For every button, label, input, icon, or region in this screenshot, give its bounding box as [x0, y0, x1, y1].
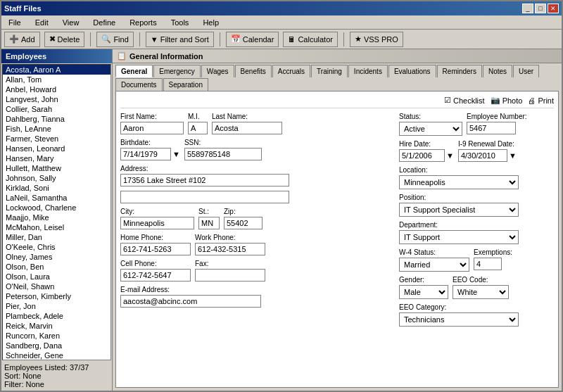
w4-select[interactable]: Married Single: [399, 258, 469, 272]
employee-list-item[interactable]: Olson, Ben: [3, 262, 110, 272]
maximize-button[interactable]: □: [535, 4, 546, 13]
employee-list-item[interactable]: Hansen, Mary: [3, 153, 110, 163]
employee-list-item[interactable]: Anbel, Howard: [3, 84, 110, 94]
employee-list-item[interactable]: Hullett, Matthew: [3, 163, 110, 173]
employee-list-item[interactable]: Kirklad, Soni: [3, 183, 110, 193]
employee-list-item[interactable]: Olson, Laura: [3, 272, 110, 282]
inner-toolbar: ☑ Checklist 📷 Photo 🖨 Print: [120, 96, 554, 108]
employee-list-item[interactable]: Olney, James: [3, 252, 110, 262]
gender-select[interactable]: Male Female: [399, 285, 448, 299]
address-label: Address:: [120, 165, 289, 172]
last-name-input[interactable]: [212, 122, 282, 134]
birthdate-input[interactable]: [120, 148, 171, 160]
tab-documents[interactable]: Documents: [115, 78, 163, 91]
employee-list-item[interactable]: Collier, Sarah: [3, 104, 110, 114]
employee-list-item[interactable]: Dahlberg, Tianna: [3, 114, 110, 124]
tab-notes[interactable]: Notes: [483, 65, 512, 77]
employee-list-item[interactable]: Peterson, Kimberly: [3, 291, 110, 301]
vss-pro-button[interactable]: ★ VSS PRO: [350, 32, 403, 47]
birthdate-dropdown-icon[interactable]: ▼: [172, 150, 180, 158]
employee-list-item[interactable]: Schneider, Gene: [3, 350, 110, 360]
status-select[interactable]: Active Inactive Terminated: [399, 122, 462, 136]
address-input[interactable]: [120, 174, 289, 186]
menu-reports[interactable]: Reports: [125, 17, 161, 28]
filter-icon: ▼: [151, 35, 158, 44]
employee-list-item[interactable]: Sandberg, Dana: [3, 341, 110, 350]
location-select[interactable]: Minneapolis: [399, 175, 519, 189]
employee-list-item[interactable]: Hansen, Leonard: [3, 144, 110, 153]
address2-input[interactable]: [120, 191, 289, 203]
employee-list-item[interactable]: Johnson, Sally: [3, 173, 110, 183]
email-input[interactable]: [120, 295, 261, 308]
employee-list-item[interactable]: Acosta, Aaron A: [3, 65, 110, 75]
menu-view[interactable]: View: [58, 17, 84, 28]
find-button[interactable]: 🔍 Find: [96, 32, 133, 47]
tab-evaluations[interactable]: Evaluations: [388, 65, 436, 77]
zip-input[interactable]: [224, 217, 262, 229]
menu-file[interactable]: File: [4, 17, 25, 28]
hire-date-input[interactable]: [399, 149, 445, 162]
employee-list-item[interactable]: Runcorn, Karen: [3, 331, 110, 341]
add-button[interactable]: ➕ Add: [4, 32, 40, 47]
tab-wages[interactable]: Wages: [201, 65, 234, 77]
employee-list-item[interactable]: Plambeck, Adele: [3, 311, 110, 321]
tab-training[interactable]: Training: [311, 65, 348, 77]
tab-accruals[interactable]: Accruals: [272, 65, 310, 77]
i9-input[interactable]: [458, 149, 507, 162]
menu-tools[interactable]: Tools: [167, 17, 194, 28]
tab-benefits[interactable]: Benefits: [235, 65, 272, 77]
employee-list-item[interactable]: LaNeil, Samantha: [3, 193, 110, 203]
employee-list-item[interactable]: O'Neil, Shawn: [3, 282, 110, 291]
employee-list-item[interactable]: Langvest, John: [3, 94, 110, 104]
st-input[interactable]: [198, 217, 220, 229]
employee-list-item[interactable]: McMahon, Leisel: [3, 222, 110, 232]
calculator-button[interactable]: 🖩 Calculator: [283, 32, 338, 47]
employee-list-item[interactable]: Allan, Tom: [3, 75, 110, 84]
delete-button[interactable]: ✖ Delete: [44, 32, 85, 47]
employee-list-item[interactable]: Reick, Marvin: [3, 321, 110, 331]
menu-help[interactable]: Help: [198, 17, 223, 28]
employee-list-item[interactable]: Farmer, Steven: [3, 134, 110, 144]
employee-list-item[interactable]: Maajjo, Mike: [3, 213, 110, 222]
emp-number-input[interactable]: [467, 122, 516, 134]
hire-date-dropdown-icon[interactable]: ▼: [446, 151, 454, 160]
menu-edit[interactable]: Edit: [31, 17, 53, 28]
fax-input[interactable]: [195, 269, 265, 282]
tab-general[interactable]: General: [115, 65, 153, 77]
mi-input[interactable]: [188, 122, 208, 134]
photo-button[interactable]: 📷 Photo: [491, 96, 523, 105]
first-name-input[interactable]: [120, 122, 184, 134]
eeo-code-select[interactable]: White Black Hispanic: [453, 285, 509, 299]
employee-list-item[interactable]: Miller, Dan: [3, 232, 110, 242]
tab-reminders[interactable]: Reminders: [437, 65, 482, 77]
cell-phone-input[interactable]: [120, 269, 191, 282]
employee-list-item[interactable]: Lockwood, Charlene: [3, 203, 110, 213]
i9-dropdown-icon[interactable]: ▼: [509, 151, 517, 160]
employee-list-item[interactable]: Pier, Jon: [3, 301, 110, 311]
city-input[interactable]: [120, 217, 194, 229]
tab-user[interactable]: User: [513, 65, 539, 77]
menu-define[interactable]: Define: [89, 17, 120, 28]
ssn-input[interactable]: [184, 148, 262, 160]
checklist-icon: ☑: [444, 96, 451, 105]
filter-sort-button[interactable]: ▼ Filter and Sort: [146, 32, 214, 47]
calendar-button[interactable]: 📅 Calendar: [226, 32, 279, 47]
employee-list-item[interactable]: Fish, LeAnne: [3, 124, 110, 134]
home-phone-input[interactable]: [120, 243, 191, 255]
department-select[interactable]: IT Support: [399, 230, 519, 244]
gender-label: Gender:: [399, 276, 448, 284]
eeo-category-select[interactable]: Technicians Managers Professionals: [399, 312, 519, 327]
employee-list-item[interactable]: O'Keele, Chris: [3, 242, 110, 252]
tab-incidents[interactable]: Incidents: [348, 65, 388, 77]
right-panel-header: 📋 General Information: [113, 49, 562, 63]
fax-label: Fax:: [195, 260, 265, 267]
print-button[interactable]: 🖨 Print: [528, 96, 554, 105]
checklist-button[interactable]: ☑ Checklist: [444, 96, 485, 105]
exemptions-input[interactable]: [474, 258, 502, 270]
position-select[interactable]: IT Support Specialist: [399, 203, 519, 217]
work-phone-input[interactable]: [195, 243, 265, 255]
close-button[interactable]: ✕: [548, 4, 559, 13]
minimize-button[interactable]: _: [522, 4, 533, 13]
tab-separation[interactable]: Separation: [163, 78, 208, 91]
tab-emergency[interactable]: Emergency: [153, 65, 201, 77]
